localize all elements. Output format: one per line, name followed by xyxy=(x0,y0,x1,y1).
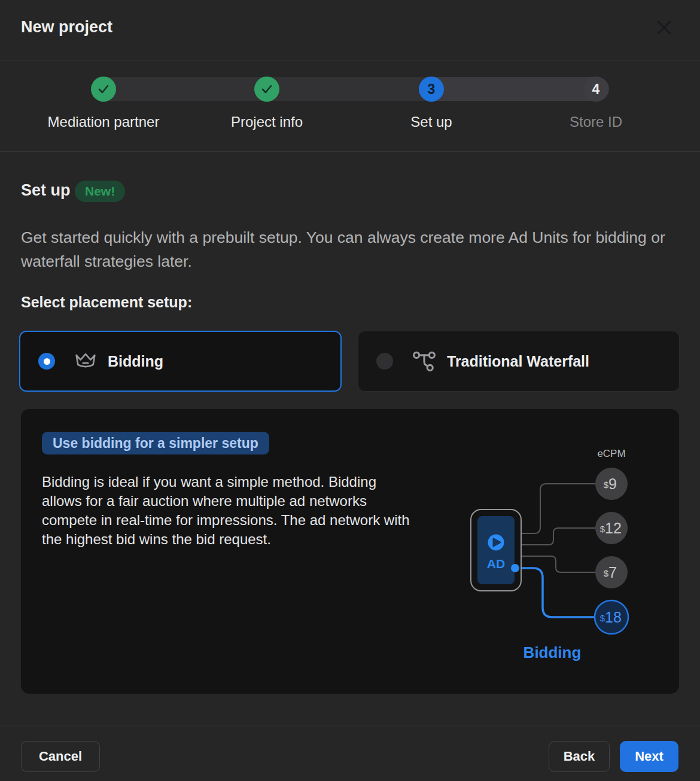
bidding-radio[interactable] xyxy=(38,353,55,370)
footer-divider xyxy=(0,725,700,725)
bidding-tip-badge: Use bidding for a simpler setup xyxy=(42,432,269,454)
cancel-button[interactable]: Cancel xyxy=(21,741,100,772)
step-4-label: Store ID xyxy=(512,114,680,130)
bidding-illustration: AD eCPM $ 9 $ 12 $ 7 $ 18 Bidding xyxy=(446,433,658,684)
winning-connector-line xyxy=(515,568,594,617)
step-number: 3 xyxy=(428,81,436,97)
option-label-bidding: Bidding xyxy=(108,353,163,370)
back-button[interactable]: Back xyxy=(549,741,610,772)
step-2-label: Project info xyxy=(183,114,351,130)
section-description: Get started quickly with a prebuilt setu… xyxy=(21,225,676,273)
header-divider xyxy=(0,60,700,60)
ecpm-label: eCPM xyxy=(597,448,625,459)
connector-line xyxy=(521,528,595,545)
check-icon xyxy=(96,82,111,96)
new-badge: New! xyxy=(75,181,125,202)
bid-value: 12 xyxy=(605,520,622,536)
option-label-waterfall: Traditional Waterfall xyxy=(447,353,589,370)
crown-icon xyxy=(73,350,98,372)
select-placement-label: Select placement setup: xyxy=(21,294,192,311)
connector-line xyxy=(521,556,595,572)
check-icon xyxy=(260,82,274,96)
waterfall-branch-icon xyxy=(411,348,437,374)
option-card-bidding[interactable]: Bidding xyxy=(19,331,342,392)
bid-origin-dot xyxy=(511,564,519,572)
bidding-info-panel: Use bidding for a simpler setup Bidding … xyxy=(21,409,679,694)
bid-value: 9 xyxy=(608,475,617,492)
bidding-description: Bidding is ideal if you want a simple me… xyxy=(42,472,410,549)
close-button[interactable] xyxy=(651,14,677,41)
bid-value: 18 xyxy=(605,609,622,626)
stepper-divider xyxy=(0,151,700,152)
step-number: 4 xyxy=(592,81,600,97)
dialog-title: New project xyxy=(21,18,112,36)
step-1-indicator[interactable] xyxy=(91,77,116,102)
section-heading: Set up xyxy=(21,181,71,200)
radio-dot xyxy=(44,358,50,365)
step-3-label: Set up xyxy=(348,114,515,130)
ad-label: AD xyxy=(487,557,505,571)
close-icon xyxy=(654,17,674,38)
step-1-label: Mediation partner xyxy=(20,114,187,130)
connector-line xyxy=(521,484,595,533)
new-project-dialog: New project 3 4 Mediation partner Projec… xyxy=(0,0,700,781)
waterfall-radio[interactable] xyxy=(376,353,393,370)
step-4-indicator[interactable]: 4 xyxy=(583,77,608,102)
bid-value: 7 xyxy=(608,564,617,581)
step-3-indicator[interactable]: 3 xyxy=(419,77,444,102)
step-2-indicator[interactable] xyxy=(254,77,279,102)
illustration-caption: Bidding xyxy=(524,643,582,661)
next-button[interactable]: Next xyxy=(620,741,678,772)
option-card-traditional-waterfall[interactable]: Traditional Waterfall xyxy=(358,331,680,392)
stepper-track-remaining xyxy=(431,77,609,101)
